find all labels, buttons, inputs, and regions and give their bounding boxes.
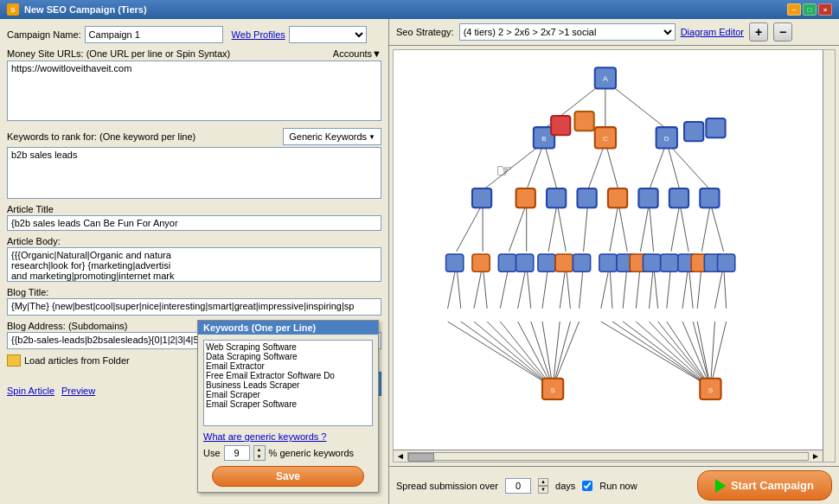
maximize-button[interactable]: □ xyxy=(803,3,817,16)
blog-title-textarea[interactable]: {My|The} {new|best|cool|super|nice|inter… xyxy=(7,298,381,316)
keywords-textarea[interactable]: b2b sales leads xyxy=(7,147,381,199)
scroll-left-arrow[interactable]: ◄ xyxy=(394,451,407,461)
money-site-textarea[interactable]: https://wowitloveithaveit.com xyxy=(7,61,381,121)
start-campaign-button[interactable]: Start Campaign xyxy=(697,470,832,501)
campaign-name-input[interactable] xyxy=(85,26,223,43)
blog-title-label: Blog Title: xyxy=(7,287,381,297)
web-profiles-link[interactable]: Web Profiles xyxy=(232,29,285,40)
use-value-input[interactable] xyxy=(224,445,250,461)
accounts-button[interactable]: Accounts ▼ xyxy=(333,48,381,59)
keywords-label: Keywords to rank for: (One keyword per l… xyxy=(7,131,195,142)
vertical-scrollbar[interactable] xyxy=(823,50,835,462)
dropdown-arrow-icon: ▼ xyxy=(368,133,375,141)
close-button[interactable]: × xyxy=(818,3,832,16)
spinner-up-button[interactable]: ▲ xyxy=(254,446,265,453)
svg-rect-102 xyxy=(643,254,660,271)
play-icon xyxy=(715,479,726,493)
generic-keywords-button[interactable]: Generic Keywords ▼ xyxy=(283,128,381,145)
svg-line-7 xyxy=(605,142,618,190)
svg-line-22 xyxy=(671,203,680,252)
svg-rect-87 xyxy=(577,188,596,207)
percent-label: % generic keywords xyxy=(269,448,354,458)
zoom-out-button[interactable]: − xyxy=(773,22,792,41)
days-up-button[interactable]: ▲ xyxy=(538,478,548,486)
svg-line-25 xyxy=(710,203,723,252)
bottom-bar: Spread submission over ▲ ▼ days Run now … xyxy=(389,466,839,504)
run-now-checkbox[interactable] xyxy=(582,481,592,491)
horizontal-scrollbar[interactable]: ◄ ► xyxy=(394,450,823,462)
svg-line-53 xyxy=(500,322,553,387)
svg-rect-97 xyxy=(555,254,573,271)
svg-line-15 xyxy=(548,203,557,252)
svg-rect-98 xyxy=(573,254,590,271)
article-title-textarea[interactable]: {b2b sales leads Can Be Fun For Anyor xyxy=(7,215,381,231)
svg-rect-103 xyxy=(661,254,678,271)
minimize-button[interactable]: − xyxy=(787,3,801,16)
left-panel: Campaign Name: Web Profiles Money Site U… xyxy=(0,19,389,504)
svg-line-21 xyxy=(650,203,654,252)
svg-rect-107 xyxy=(718,254,735,271)
svg-rect-82 xyxy=(684,122,703,141)
svg-rect-92 xyxy=(446,254,464,271)
profiles-select[interactable] xyxy=(289,26,367,43)
days-input[interactable] xyxy=(505,478,531,494)
scroll-right-arrow[interactable]: ► xyxy=(809,451,823,461)
svg-line-65 xyxy=(658,322,711,387)
right-panel: Seo Strategy: (4 tiers) 2 > 2x6 > 2x7 >1… xyxy=(389,19,839,504)
svg-rect-86 xyxy=(547,188,566,207)
run-now-label: Run now xyxy=(599,481,637,491)
seo-strategy-select[interactable]: (4 tiers) 2 > 2x6 > 2x7 >1 social xyxy=(459,23,676,41)
diagram-area: A B C D xyxy=(393,49,836,463)
svg-line-5 xyxy=(544,142,557,190)
use-row: Use ▲ ▼ % generic keywords xyxy=(203,445,373,461)
right-toolbar: Seo Strategy: (4 tiers) 2 > 2x6 > 2x7 >1… xyxy=(389,19,839,46)
svg-line-3 xyxy=(483,142,544,190)
svg-rect-91 xyxy=(700,188,719,207)
svg-text:A: A xyxy=(603,74,609,83)
svg-line-23 xyxy=(680,203,688,252)
scroll-thumb[interactable] xyxy=(408,453,434,462)
diagram-svg: A B C D xyxy=(394,50,835,462)
keywords-row: Keywords to rank for: (One keyword per l… xyxy=(7,128,381,145)
svg-line-60 xyxy=(601,322,711,387)
generic-keywords-popup: Keywords (One per Line) Web Scraping Sof… xyxy=(197,320,379,493)
save-button[interactable]: Save xyxy=(212,466,364,487)
svg-line-49 xyxy=(448,322,554,387)
svg-text:D: D xyxy=(664,135,669,143)
svg-line-51 xyxy=(474,322,553,387)
days-down-button[interactable]: ▼ xyxy=(538,486,548,494)
title-bar: S New SEO Campaign (Tiers) − □ × xyxy=(0,0,839,19)
campaign-name-label: Campaign Name: xyxy=(7,29,81,40)
svg-rect-90 xyxy=(669,188,688,207)
zoom-in-button[interactable]: + xyxy=(749,22,768,41)
svg-line-11 xyxy=(457,203,483,252)
folder-icon xyxy=(7,354,21,367)
svg-line-64 xyxy=(650,322,711,387)
load-articles-label: Load articles from Folder xyxy=(24,355,130,366)
svg-line-8 xyxy=(650,142,667,190)
svg-text:S: S xyxy=(550,386,555,394)
preview-link[interactable]: Preview xyxy=(61,386,95,396)
svg-line-50 xyxy=(461,322,553,387)
svg-rect-85 xyxy=(516,188,535,207)
popup-header: Keywords (One per Line) xyxy=(198,321,378,335)
app-icon: S xyxy=(7,3,19,16)
popup-keywords-textarea[interactable]: Web Scraping Software Data Scraping Soft… xyxy=(203,340,373,426)
scroll-track xyxy=(407,452,809,461)
spin-article-link[interactable]: Spin Article xyxy=(7,386,54,396)
svg-rect-80 xyxy=(551,116,570,135)
svg-text:☞: ☞ xyxy=(496,160,513,182)
diagram-editor-link[interactable]: Diagram Editor xyxy=(681,27,744,37)
article-body-textarea[interactable]: {{{Organic|Natural|Organic and natura re… xyxy=(7,247,381,282)
svg-line-59 xyxy=(553,322,579,387)
svg-text:B: B xyxy=(541,135,546,143)
days-spinner: ▲ ▼ xyxy=(538,478,548,494)
what-are-generic-keywords-link[interactable]: What are generic keywords ? xyxy=(203,431,373,442)
svg-line-58 xyxy=(553,322,570,387)
svg-line-24 xyxy=(701,203,710,252)
spinner-down-button[interactable]: ▼ xyxy=(254,453,265,460)
svg-rect-96 xyxy=(538,254,555,271)
campaign-name-row: Campaign Name: Web Profiles xyxy=(7,26,381,43)
svg-rect-81 xyxy=(574,112,593,131)
svg-line-62 xyxy=(623,322,710,387)
